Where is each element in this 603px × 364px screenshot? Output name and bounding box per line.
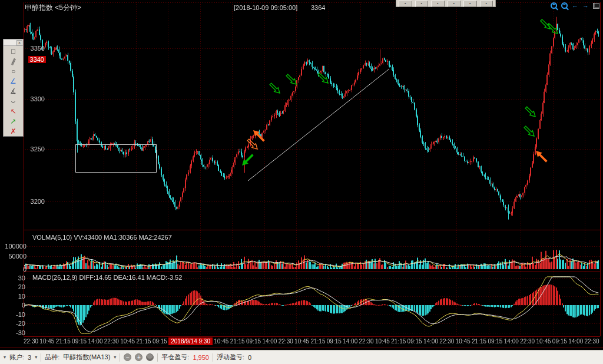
time-axis-label: 10:45: [536, 338, 551, 345]
palette-titlebar[interactable]: ×: [4, 39, 23, 46]
time-axis-label: 22:30: [439, 338, 454, 345]
crosshair-datetime-label: [2018-10-09 09:05:00]: [234, 4, 297, 11]
time-axis-label: 10:45: [294, 338, 309, 345]
time-axis-label: 21:15: [230, 338, 245, 345]
time-axis-label: 21:15: [391, 338, 406, 345]
green-arrow-tool-icon: ↗: [10, 118, 16, 125]
divider: [120, 353, 120, 362]
toolbar-button-5[interactable]: ▪: [463, 1, 477, 7]
chart-canvas[interactable]: [0, 0, 603, 349]
arc-tool-icon: ⌣: [11, 98, 16, 105]
time-axis-label: 09:15: [246, 338, 261, 345]
crosshair-price-label: 3364: [311, 4, 325, 11]
closed-pl-value: 1,950: [193, 354, 209, 361]
symbol-dropdown-icon[interactable]: ▾: [114, 355, 116, 360]
floating-pl-label: 浮动盈亏:: [217, 353, 244, 362]
time-axis-highlight-label: 2018/9/14 9:30: [168, 337, 213, 345]
toolbar-button-1[interactable]: ▪: [399, 1, 412, 7]
rectangle-tool-icon: □: [11, 48, 15, 55]
account-label: 账户:: [9, 353, 24, 362]
ellipse-tool[interactable]: ○: [4, 66, 23, 76]
red-arrow-tool-icon: ↖: [10, 108, 16, 115]
restore-window-icon[interactable]: [593, 3, 599, 9]
time-axis-label: 09:15: [327, 338, 342, 345]
time-axis-label: 10:45: [375, 338, 390, 345]
time-axis-label: 22:30: [585, 338, 599, 345]
account-dropdown-icon[interactable]: ▾: [35, 355, 37, 360]
ellipse-tool-icon: ○: [11, 68, 15, 75]
collapse-caret-icon[interactable]: ▾: [4, 355, 6, 360]
pan-right-icon[interactable]: →: [582, 2, 589, 9]
divider: [213, 353, 213, 362]
toolbar-button-4[interactable]: ▪: [448, 1, 461, 7]
toolbar-button-6[interactable]: ▪: [480, 1, 493, 7]
time-axis-label: 09:15: [407, 338, 422, 345]
floating-pl-value: 0: [248, 354, 251, 361]
divider: [157, 353, 158, 362]
delete-drawing-tool[interactable]: ✗: [4, 126, 23, 136]
angle-tool-icon: ∡: [10, 88, 16, 95]
decrease-button[interactable]: −: [124, 353, 131, 361]
red-arrow-tool[interactable]: ↖: [4, 106, 23, 116]
time-axis-label: 09:15: [153, 338, 167, 345]
time-axis-label: 14:00: [343, 338, 357, 345]
time-axis-label: 21:15: [310, 338, 325, 345]
time-axis-label: 10:45: [120, 338, 135, 345]
symbol-value: 甲醇指数(MA13): [63, 353, 110, 362]
account-value: 3: [28, 354, 31, 361]
drawing-tools-palette: × □∥○∠∡⌣↖↗✗: [3, 39, 24, 137]
status-bar: ▾ 账户: 3 ▾ 品种: 甲醇指数(MA13) ▾ − + 平仓盈亏: 1,9…: [0, 350, 603, 364]
time-axis-label: 14:00: [423, 338, 438, 345]
slope-line-tool[interactable]: ∠: [4, 76, 23, 86]
closed-pl-label: 平仓盈亏:: [161, 353, 189, 362]
time-axis-label: 22:30: [24, 338, 38, 345]
delete-drawing-tool-icon: ✗: [10, 128, 16, 135]
green-arrow-tool[interactable]: ↗: [4, 116, 23, 126]
slope-line-tool-icon: ∠: [10, 78, 16, 85]
divider: [41, 353, 41, 362]
chart-zoom-tools: + − ← →: [551, 2, 599, 9]
time-axis-label: 21:15: [472, 338, 486, 345]
trading-terminal-window: { "window": { "symbol_title": "甲醇指数 <5分钟…: [0, 0, 603, 364]
arc-tool[interactable]: ⌣: [4, 96, 23, 106]
time-axis: 22:3010:4521:1509:1514:0022:3010:4521:15…: [24, 337, 599, 346]
time-axis-label: 09:15: [72, 338, 87, 345]
angle-tool[interactable]: ∡: [4, 86, 23, 96]
time-axis-label: 22:30: [520, 338, 535, 345]
time-axis-label: 14:00: [88, 338, 102, 345]
zoom-in-icon[interactable]: +: [551, 2, 557, 9]
time-axis-label: 14:00: [568, 338, 583, 345]
toolbar-button-2[interactable]: ▪: [415, 1, 429, 7]
increase-button[interactable]: +: [135, 353, 143, 361]
time-axis-label: 10:45: [214, 338, 228, 345]
time-axis-label: 22:30: [104, 338, 119, 345]
parallel-lines-tool-icon: ∥: [10, 57, 16, 65]
time-axis-label: 10:45: [456, 338, 471, 345]
time-axis-label: 21:15: [137, 338, 151, 345]
time-axis-label: 22:30: [359, 338, 374, 345]
time-axis-label: 14:00: [504, 338, 519, 345]
face-icon[interactable]: [146, 353, 154, 361]
parallel-lines-tool[interactable]: ∥: [4, 56, 23, 66]
time-axis-label: 09:15: [552, 338, 567, 345]
floating-toolbar: ▪▪▪▪▪▪: [396, 0, 496, 7]
chart-symbol-title: 甲醇指数 <5分钟>: [25, 4, 81, 11]
time-axis-label: 22:30: [279, 338, 293, 345]
macd-indicator-header: MACD(26,12,9) DIFF:14.65 DEA:16.41 MACD:…: [32, 274, 182, 281]
time-axis-label: 09:15: [488, 338, 502, 345]
pan-left-icon[interactable]: ←: [572, 2, 578, 9]
toolbar-button-3[interactable]: ▪: [431, 1, 445, 7]
time-axis-label: 14:00: [262, 338, 277, 345]
volume-indicator-header: VOLMA(5,10) VV:43400 MA1:30366 MA2:24267: [32, 234, 172, 241]
time-axis-label: 21:15: [56, 338, 71, 345]
rectangle-tool[interactable]: □: [4, 46, 23, 56]
symbol-label: 品种:: [45, 353, 59, 362]
close-icon[interactable]: ×: [16, 40, 22, 46]
time-axis-label: 10:45: [39, 338, 54, 345]
zoom-out-icon[interactable]: −: [561, 2, 568, 9]
